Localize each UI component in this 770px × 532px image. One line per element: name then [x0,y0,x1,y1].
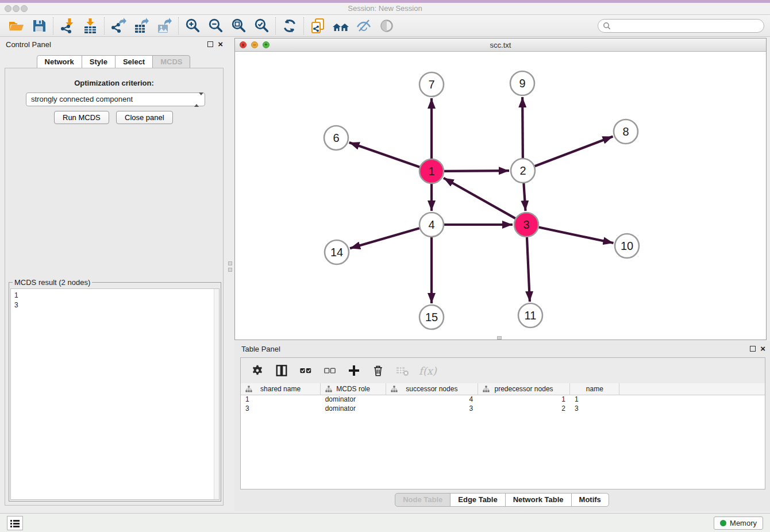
hide-details-icon[interactable] [352,17,375,35]
cell-MCDS-role[interactable]: dominator [321,395,386,404]
node-label-10: 10 [621,240,633,252]
save-session-icon[interactable] [28,17,51,35]
zoom-selected-icon[interactable] [250,17,273,35]
column-header-shared-name[interactable]: shared name [241,383,321,395]
control-panel-tabs: NetworkStyleSelectMCDS [0,55,228,68]
node-label-9: 9 [519,77,525,90]
node-table-container: f(x) shared nameMCDS rolesuccessor nodes… [240,357,765,489]
open-session-icon[interactable] [5,17,28,35]
column-header-filler [619,383,765,395]
column-header-predecessor-nodes[interactable]: predecessor nodes [478,383,570,395]
unselect-all-columns-icon[interactable] [321,362,338,379]
zoom-out-icon[interactable] [204,17,227,35]
edge-3-11[interactable] [527,237,530,302]
select-all-columns-icon[interactable] [297,362,314,379]
float-table-panel-icon[interactable] [750,346,756,352]
zoom-in-icon[interactable] [181,17,204,35]
tab-node-table[interactable]: Node Table [395,493,451,507]
task-history-button[interactable] [7,516,23,530]
control-panel: Control Panel × NetworkStyleSelectMCDS O… [0,37,228,511]
tab-motifs[interactable]: Motifs [571,493,609,507]
edge-3-1[interactable] [444,178,515,218]
tab-network[interactable]: Network [37,55,82,69]
gear-icon[interactable] [249,362,266,379]
column-header-name[interactable]: name [570,383,619,395]
cell-successor-nodes[interactable]: 3 [386,404,478,413]
status-bar: Memory [0,513,770,532]
edge-4-14[interactable] [350,228,419,248]
column-header-successor-nodes[interactable]: successor nodes [386,383,478,395]
export-image-icon[interactable] [153,17,176,35]
table-row[interactable]: 3dominator323 [241,404,765,413]
close-panel-button[interactable]: Close panel [116,111,173,124]
tab-select[interactable]: Select [115,55,153,69]
cell-filler [619,395,765,404]
table-row[interactable]: 1dominator411 [241,395,765,404]
cell-shared-name[interactable]: 3 [241,404,321,413]
cell-MCDS-role[interactable]: dominator [321,404,386,413]
network-window-titlebar[interactable]: x − + scc.txt [235,38,766,52]
column-tree-icon [325,385,332,392]
cell-name[interactable]: 3 [570,404,619,413]
function-builder-icon[interactable]: f(x) [419,365,437,377]
column-tree-icon [483,385,490,392]
network-resize-grip[interactable] [497,336,502,340]
import-network-icon[interactable] [56,17,79,35]
export-table-icon[interactable] [130,17,153,35]
column-tree-icon [391,385,398,392]
search-input[interactable] [613,22,764,30]
panel-splitter-handle[interactable] [228,261,232,274]
network-graph[interactable]: 7968124314101511 [235,52,766,340]
node-table-header: shared nameMCDS rolesuccessor nodesprede… [241,383,765,395]
show-details-icon[interactable] [375,17,398,35]
tab-network-table[interactable]: Network Table [505,493,572,507]
column-header-MCDS-role[interactable]: MCDS role [321,383,386,395]
refresh-icon[interactable] [278,17,301,35]
add-column-icon[interactable] [345,362,363,379]
cell-shared-name[interactable]: 1 [241,395,321,404]
columns-icon[interactable] [273,362,290,379]
edge-1-6[interactable] [349,142,420,167]
zoom-fit-icon[interactable] [227,17,250,35]
mcds-result-fieldset: MCDS result (2 nodes) 1 3 [9,282,221,502]
memory-label: Memory [730,519,757,527]
edge-1-2[interactable] [444,171,509,171]
mcds-result-box[interactable]: 1 3 [10,288,220,500]
edge-2-9[interactable] [522,97,523,158]
criterion-value: strongly connected component [31,95,133,103]
node-label-8: 8 [622,125,629,138]
search-box[interactable] [598,19,764,33]
toolbar-separator [104,17,105,34]
memory-button[interactable]: Memory [714,516,763,530]
export-network-icon[interactable] [107,17,130,35]
mcds-panel: Optimization criterion: strongly connect… [5,68,224,506]
node-label-2: 2 [519,164,526,177]
edge-2-3[interactable] [523,183,525,211]
optimization-criterion-select[interactable]: strongly connected component [26,92,205,106]
delete-columns-icon[interactable] [369,362,387,379]
cell-predecessor-nodes[interactable]: 1 [478,395,570,404]
duplicate-network-icon[interactable] [306,17,329,35]
close-table-panel-icon[interactable]: × [760,345,765,352]
node-label-14: 14 [330,246,343,259]
tab-mcds[interactable]: MCDS [152,55,190,69]
control-panel-title: Control Panel [6,40,51,49]
result-scrollbar[interactable] [214,289,219,499]
run-mcds-button[interactable]: Run MCDS [54,111,109,124]
cell-predecessor-nodes[interactable]: 2 [478,404,570,413]
node-table[interactable]: shared nameMCDS rolesuccessor nodesprede… [241,383,765,413]
close-panel-icon[interactable]: × [218,41,223,47]
edge-3-10[interactable] [539,228,614,243]
node-label-11: 11 [525,309,537,322]
delete-table-icon[interactable] [394,362,411,379]
table-tabs: Node TableEdge TableNetwork TableMotifs [234,493,770,507]
app-titlebar: Session: New Session [0,0,770,15]
first-neighbors-icon[interactable] [329,17,352,35]
float-panel-icon[interactable] [207,41,213,47]
edge-2-8[interactable] [535,137,613,167]
tab-style[interactable]: Style [82,55,116,69]
import-table-icon[interactable] [79,17,102,35]
tab-edge-table[interactable]: Edge Table [450,493,505,507]
cell-name[interactable]: 1 [570,395,619,404]
cell-successor-nodes[interactable]: 4 [386,395,478,404]
